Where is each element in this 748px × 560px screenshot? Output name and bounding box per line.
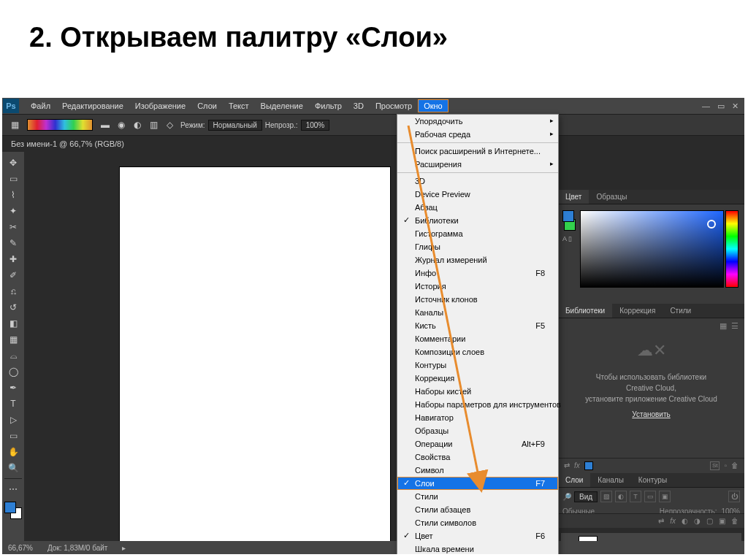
fg-color-swatch[interactable] [4,502,16,513]
shape-tool-icon[interactable]: ▭ [5,429,21,443]
tab-color[interactable]: Цвет [558,190,589,204]
close-icon[interactable]: ✕ [732,101,739,111]
menu-view[interactable]: Просмотр [370,99,418,112]
brush-tool-icon[interactable]: ✐ [5,268,21,283]
install-link[interactable]: Установить [632,410,671,418]
tab-channels[interactable]: Каналы [590,473,631,487]
filter-kind-select[interactable]: Вид [574,491,598,502]
menu-item-композиции-слоев[interactable]: Композиции слоев [397,345,558,358]
menu-item-источник-клонов[interactable]: Источник клонов [397,293,558,306]
trash-mid-icon[interactable]: 🗑 [731,461,739,470]
stamp-tool-icon[interactable]: ⎌ [5,284,21,299]
menu-item-история[interactable]: История [397,280,558,293]
menu-item-наборы-кистей[interactable]: Наборы кистей [397,385,558,398]
menu-item-extsearch[interactable]: Поиск расширений в Интернете... [397,145,558,158]
gradient-radial-icon[interactable]: ◉ [113,118,129,132]
color-handle-icon[interactable] [707,220,716,229]
menu-item-device-preview[interactable]: Device Preview [397,188,558,201]
gradient-linear-icon[interactable]: ▬ [97,118,113,132]
eyedropper-tool-icon[interactable]: ✎ [5,236,21,250]
hand-tool-icon[interactable]: ✋ [5,445,21,459]
filter-toggle-icon[interactable]: ⏻ [728,491,740,502]
menu-item-журнал-измерений[interactable]: Журнал измерений [397,253,558,266]
tab-layers[interactable]: Слои [558,473,590,487]
new-layer-icon[interactable]: ▣ [719,517,725,525]
menu-item-кисть[interactable]: КистьF5 [397,319,558,332]
menu-file[interactable]: Файл [25,99,56,112]
edit-toolbar-icon[interactable]: ⋯ [5,482,21,496]
menu-item-arrange[interactable]: Упорядочить [397,115,558,128]
mode-select[interactable]: Нормальный [208,120,262,131]
menu-item-символ[interactable]: Символ [397,464,558,477]
menu-item-контуры[interactable]: Контуры [397,358,558,372]
eraser-tool-icon[interactable]: ◧ [5,316,21,331]
menu-item-образцы[interactable]: Образцы [397,424,558,437]
mask-icon[interactable]: ◐ [682,517,688,525]
menu-item-операции[interactable]: ОперацииAlt+F9 [397,437,558,450]
menu-item-workspace[interactable]: Рабочая среда [397,128,558,141]
menu-layers[interactable]: Слои [191,99,223,112]
menu-item-глифы[interactable]: Глифы [397,240,558,253]
menu-item-слои[interactable]: СлоиF7 [397,477,558,490]
move-tool-icon[interactable]: ✥ [5,156,21,170]
menu-item-комментарии[interactable]: Комментарии [397,332,558,345]
fx-icon[interactable]: fx [670,517,676,525]
blur-tool-icon[interactable]: ⌓ [5,348,21,363]
tab-adjustments[interactable]: Коррекция [612,304,663,318]
heal-tool-icon[interactable]: ✚ [5,252,21,266]
menu-item-наборы-параметров-для-инструментов[interactable]: Наборы параметров для инструментов [397,398,558,411]
text-tool-icon[interactable]: T [5,396,21,411]
menu-item-шкала-времени[interactable]: Шкала времени [397,542,558,554]
menu-item-библиотеки[interactable]: Библиотеки [397,214,558,227]
document-tab[interactable]: Без имени-1 @ 66,7% (RGB/8) [2,136,744,152]
menu-image[interactable]: Изображение [129,99,191,112]
filter-shape-icon[interactable]: ▭ [644,491,656,502]
color-field[interactable] [580,210,724,288]
crop-tool-icon[interactable]: ✂ [5,220,21,234]
filter-type-icon[interactable]: T [630,491,641,502]
menu-item-свойства[interactable]: Свойства [397,450,558,464]
menu-item-инфо[interactable]: ИнфоF8 [397,266,558,280]
zoom-readout[interactable]: 66,67% [8,544,33,552]
opacity-value[interactable]: 100% [301,120,330,131]
filter-adj-icon[interactable]: ◐ [615,491,627,502]
group-icon[interactable]: ▢ [706,517,713,525]
gradient-diamond-icon[interactable]: ◇ [161,118,178,132]
swatch-mini-icon[interactable] [584,461,593,470]
pen-tool-icon[interactable]: ✒ [5,380,21,395]
color-swatch-tool[interactable] [4,502,22,519]
menu-edit[interactable]: Редактирование [56,99,129,112]
menu-3d[interactable]: 3D [348,99,370,112]
link-layers-icon[interactable]: ⇄ [658,517,664,525]
menu-item-3d[interactable]: 3D [397,174,558,188]
filter-search-icon[interactable]: 🔎 [562,493,571,501]
grid-view-icon[interactable]: ▦ [720,321,727,331]
list-view-icon[interactable]: ☰ [731,321,739,331]
menu-item-каналы[interactable]: Каналы [397,306,558,319]
path-tool-icon[interactable]: ▷ [5,413,21,427]
minimize-icon[interactable]: — [702,101,710,111]
menu-item-цвет[interactable]: ЦветF6 [397,529,558,542]
menu-window[interactable]: Окно [418,99,449,112]
zoom-tool-icon[interactable]: 🔍 [5,461,21,475]
color-swatches-mini[interactable] [562,210,576,231]
menu-item-гистограмма[interactable]: Гистограмма [397,227,558,240]
filter-smart-icon[interactable]: ▣ [659,491,671,502]
menu-item-навигатор[interactable]: Навигатор [397,411,558,424]
marquee-tool-icon[interactable]: ▭ [5,172,21,186]
fx-label[interactable]: fx [574,461,580,470]
hue-slider[interactable] [725,210,739,288]
menu-item-коррекция[interactable]: Коррекция [397,372,558,385]
gradient-swatch[interactable] [27,119,93,131]
tab-swatches[interactable]: Образцы [589,190,634,204]
tab-styles[interactable]: Стили [663,304,698,318]
restore-icon[interactable]: ▭ [717,101,725,111]
gradient-tool-icon[interactable]: ▦ [7,118,23,132]
sq-icon[interactable]: ▫ [724,461,727,470]
history-brush-icon[interactable]: ↺ [5,300,21,315]
doc-size-readout[interactable]: Док: 1,83M/0 байт [47,544,108,552]
wand-tool-icon[interactable]: ✦ [5,204,21,218]
menu-item-стили-символов[interactable]: Стили символов [397,516,558,529]
menu-item-стили-абзацев[interactable]: Стили абзацев [397,503,558,516]
filter-pix-icon[interactable]: ▧ [600,491,612,502]
